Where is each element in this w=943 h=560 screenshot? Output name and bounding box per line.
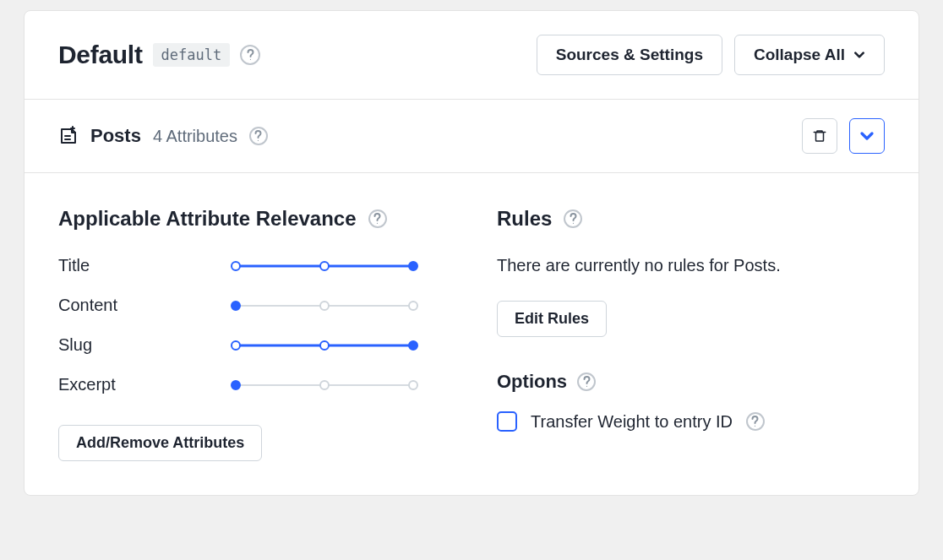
attribute-label: Content: [58, 296, 236, 315]
slider-stop[interactable]: [231, 261, 241, 271]
help-icon[interactable]: [249, 127, 268, 145]
button-label: Collapse All: [754, 46, 845, 64]
attribute-label: Excerpt: [58, 375, 236, 394]
rules-column: Rules There are currently no rules for P…: [497, 207, 885, 461]
slider-stop[interactable]: [231, 340, 241, 351]
slider-stop[interactable]: [319, 261, 330, 271]
checkbox-label: Transfer Weight to entry ID: [531, 412, 733, 432]
attribute-row: Content: [58, 296, 446, 315]
header-bar: Default default Sources & Settings Colla…: [25, 11, 918, 100]
section-subtitle: 4 Attributes: [153, 127, 237, 146]
collapse-section-button[interactable]: [849, 118, 885, 154]
help-icon[interactable]: [564, 209, 582, 228]
slider-stop[interactable]: [319, 301, 330, 311]
section-panel: Applicable Attribute Relevance TitleCont…: [25, 173, 918, 495]
options-heading: Options: [497, 371, 567, 393]
delete-button[interactable]: [802, 118, 837, 154]
attribute-row: Slug: [58, 335, 446, 355]
option-row: Transfer Weight to entry ID: [497, 411, 885, 432]
help-icon[interactable]: [368, 209, 387, 228]
sources-settings-button[interactable]: Sources & Settings: [537, 35, 722, 75]
button-label: Sources & Settings: [556, 46, 703, 64]
attribute-label: Title: [58, 256, 236, 275]
add-remove-attributes-button[interactable]: Add/Remove Attributes: [58, 425, 262, 461]
help-icon[interactable]: [240, 45, 260, 65]
engine-tag: default: [153, 43, 231, 67]
transfer-weight-checkbox[interactable]: [497, 411, 517, 432]
section-header-left: Posts 4 Attributes: [58, 125, 268, 147]
slider-stop[interactable]: [231, 301, 241, 311]
rules-heading: Rules: [497, 207, 552, 231]
header-actions: Sources & Settings Collapse All: [537, 35, 885, 75]
svg-point-10: [755, 426, 755, 427]
relevance-slider[interactable]: [236, 380, 413, 390]
slider-stop[interactable]: [319, 340, 330, 351]
svg-point-8: [573, 223, 574, 224]
attributes-column: Applicable Attribute Relevance TitleCont…: [58, 207, 446, 461]
svg-point-0: [250, 59, 251, 60]
chevron-down-icon: [859, 128, 875, 144]
button-label: Add/Remove Attributes: [76, 434, 244, 452]
attribute-label: Slug: [58, 335, 236, 355]
section-title: Posts: [90, 125, 141, 147]
slider-stop[interactable]: [319, 380, 330, 390]
document-plus-icon: [58, 126, 79, 146]
trash-icon: [812, 128, 827, 144]
button-label: Edit Rules: [515, 310, 589, 328]
attributes-heading: Applicable Attribute Relevance: [58, 207, 357, 231]
slider-stop[interactable]: [408, 340, 418, 351]
edit-rules-button[interactable]: Edit Rules: [497, 301, 607, 337]
rules-empty-text: There are currently no rules for Posts.: [497, 256, 885, 275]
attribute-list: TitleContentSlugExcerpt: [58, 256, 446, 394]
chevron-down-icon: [853, 49, 865, 61]
header-left: Default default: [58, 41, 260, 69]
attribute-row: Title: [58, 256, 446, 275]
section-header-actions: [802, 118, 885, 154]
svg-point-9: [586, 386, 587, 387]
attribute-row: Excerpt: [58, 375, 446, 394]
help-icon[interactable]: [577, 372, 596, 391]
relevance-slider[interactable]: [236, 340, 413, 351]
slider-stop[interactable]: [408, 380, 418, 390]
section-header: Posts 4 Attributes: [25, 100, 918, 173]
slider-stop[interactable]: [231, 380, 241, 390]
slider-stop[interactable]: [408, 261, 418, 271]
help-icon[interactable]: [746, 412, 765, 431]
svg-point-5: [258, 140, 259, 141]
page-title: Default: [58, 41, 143, 69]
svg-point-7: [377, 223, 378, 224]
relevance-slider[interactable]: [236, 301, 413, 311]
relevance-slider[interactable]: [236, 261, 413, 271]
svg-rect-6: [816, 133, 824, 142]
slider-stop[interactable]: [408, 301, 418, 311]
collapse-all-button[interactable]: Collapse All: [734, 35, 885, 75]
